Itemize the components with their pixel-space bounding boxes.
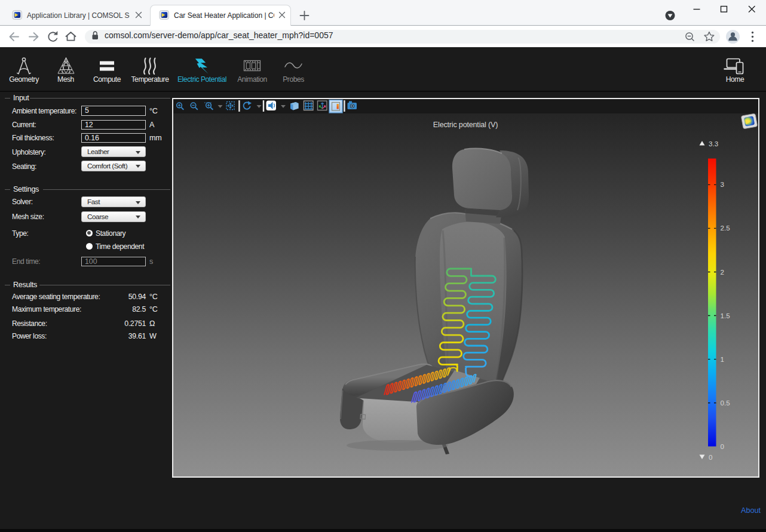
- svg-text:1.5: 1.5: [721, 312, 730, 319]
- svg-text:0: 0: [721, 442, 724, 450]
- svg-text:2: 2: [721, 268, 724, 276]
- svg-text:2.5: 2.5: [721, 224, 730, 232]
- svg-text:3.3: 3.3: [709, 140, 718, 147]
- svg-text:Electric potential (V): Electric potential (V): [433, 121, 498, 129]
- svg-text:0.5: 0.5: [721, 399, 730, 407]
- svg-text:3: 3: [721, 180, 724, 188]
- svg-text:0: 0: [709, 453, 712, 461]
- svg-text:1: 1: [721, 355, 724, 363]
